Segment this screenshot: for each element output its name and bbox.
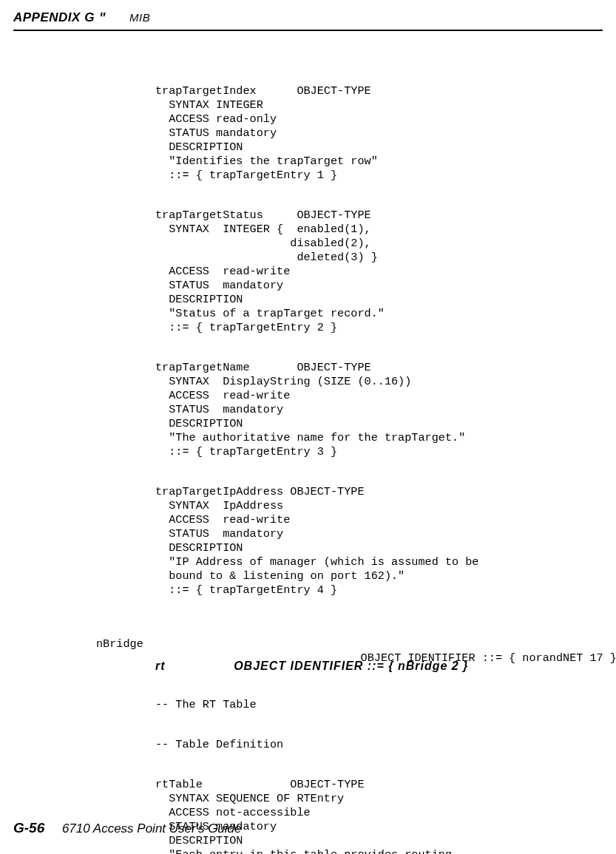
trap-target-status-block: trapTargetStatus OBJECT-TYPE SYNTAX INTE… xyxy=(155,209,603,335)
section-label: MIB xyxy=(129,11,150,24)
rt-table-block: rtTable OBJECT-TYPE SYNTAX SEQUENCE OF R… xyxy=(155,778,603,854)
nbridge-def: OBJECT IDENTIFIER ::= { norandNET 17 } xyxy=(266,651,616,665)
page-header: APPENDIX G " MIB xyxy=(13,10,150,25)
rt-comment-2: -- Table Definition xyxy=(155,738,603,752)
trap-target-index-block: trapTargetIndex OBJECT-TYPE SYNTAX INTEG… xyxy=(155,84,603,183)
nbridge-label: nBridge xyxy=(96,637,143,651)
nbridge-line: nBridge OBJECT IDENTIFIER ::= { norandNE… xyxy=(155,623,603,637)
page-footer: G-56 6710 Access Point User's Guide xyxy=(13,820,242,836)
footer-title: 6710 Access Point User's Guide xyxy=(62,821,242,836)
rt-comment-1: -- The RT Table xyxy=(155,698,603,712)
page-number: G-56 xyxy=(13,820,44,836)
trap-target-name-block: trapTargetName OBJECT-TYPE SYNTAX Displa… xyxy=(155,361,603,459)
header-rule xyxy=(13,30,603,31)
header-bullet: " xyxy=(98,11,106,25)
appendix-label: APPENDIX G xyxy=(13,10,95,24)
trap-target-ipaddress-block: trapTargetIpAddress OBJECT-TYPE SYNTAX I… xyxy=(155,485,603,597)
mib-body: trapTargetIndex OBJECT-TYPE SYNTAX INTEG… xyxy=(155,70,603,854)
